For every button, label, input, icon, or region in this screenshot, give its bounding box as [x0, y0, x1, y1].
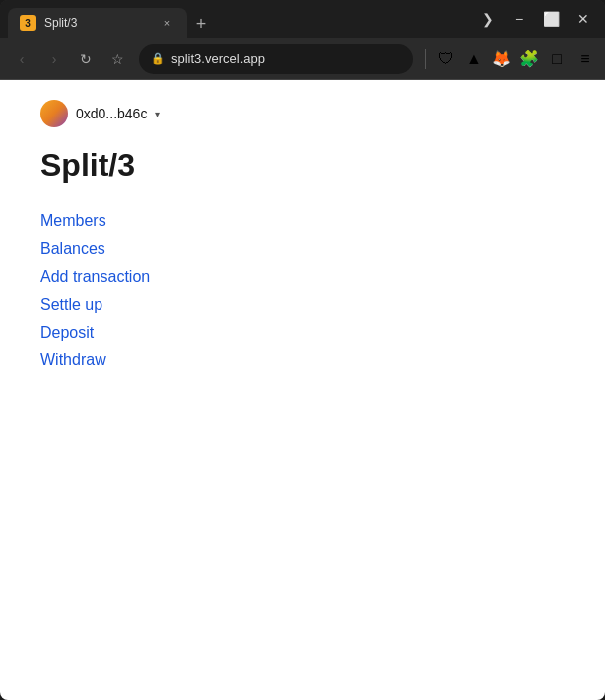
tab-title: Split/3 [44, 16, 151, 30]
add-transaction-link[interactable]: Add transaction [40, 268, 150, 286]
title-bar: 3 Split/3 × + ❯ − ⬜ ✕ [0, 0, 605, 38]
lock-icon: 🔒 [151, 52, 165, 65]
eth-icon[interactable]: ▲ [462, 47, 486, 71]
overflow-button[interactable]: ❯ [474, 5, 502, 33]
wallet-icon[interactable]: □ [545, 47, 569, 71]
settle-up-link[interactable]: Settle up [40, 296, 102, 314]
active-tab[interactable]: 3 Split/3 × [8, 8, 187, 38]
members-link[interactable]: Members [40, 212, 106, 230]
balances-link[interactable]: Balances [40, 240, 105, 258]
reload-button[interactable]: ↻ [72, 45, 100, 73]
tab-area: 3 Split/3 × + [8, 0, 462, 38]
browser-window: 3 Split/3 × + ❯ − ⬜ ✕ ‹ › ↻ ☆ 🔒 🛡 ▲ 🦊 🧩 … [0, 0, 605, 700]
metamask-icon[interactable]: 🦊 [490, 47, 513, 71]
bookmark-button[interactable]: ☆ [103, 45, 131, 73]
wallet-header[interactable]: 0xd0...b46c ▾ [40, 100, 160, 127]
close-button[interactable]: ✕ [569, 5, 597, 33]
wallet-address: 0xd0...b46c [76, 106, 147, 121]
brave-shield-icon[interactable]: 🛡 [434, 47, 458, 71]
tab-favicon: 3 [20, 15, 36, 31]
minimize-button[interactable]: − [505, 5, 533, 33]
tab-close-button[interactable]: × [159, 15, 175, 31]
nav-bar: ‹ › ↻ ☆ 🔒 🛡 ▲ 🦊 🧩 □ ≡ [0, 38, 605, 80]
withdraw-link[interactable]: Withdraw [40, 351, 106, 369]
wallet-avatar [40, 100, 68, 127]
wallet-chevron-icon: ▾ [155, 109, 160, 119]
nav-separator [425, 49, 426, 69]
app-title: Split/3 [40, 147, 565, 184]
deposit-link[interactable]: Deposit [40, 324, 94, 342]
forward-button[interactable]: › [40, 45, 68, 73]
page-content: 0xd0...b46c ▾ Split/3 Members Balances A… [0, 80, 605, 700]
address-bar-wrapper: 🔒 [139, 44, 413, 74]
extension-puzzle-icon[interactable]: 🧩 [517, 47, 541, 71]
maximize-button[interactable]: ⬜ [537, 5, 565, 33]
new-tab-button[interactable]: + [187, 10, 215, 38]
window-controls: ❯ − ⬜ ✕ [474, 5, 597, 33]
address-bar[interactable] [171, 51, 401, 66]
back-button[interactable]: ‹ [8, 45, 36, 73]
menu-icon[interactable]: ≡ [573, 47, 597, 71]
nav-links: Members Balances Add transaction Settle … [40, 212, 565, 369]
